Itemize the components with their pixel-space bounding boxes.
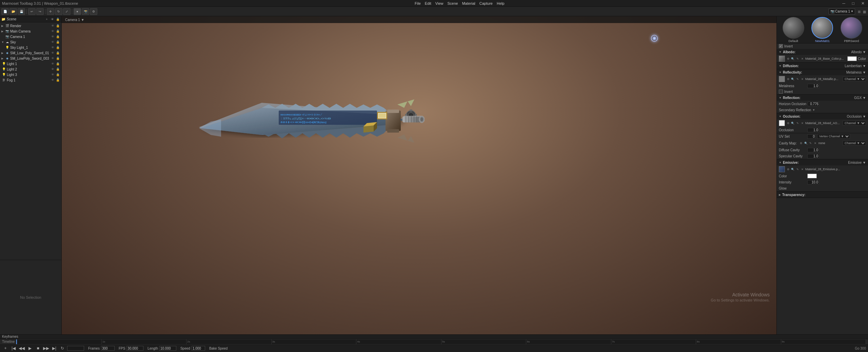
emissive-clear-icon[interactable]: ✕: [800, 167, 804, 171]
sky-vis-icon[interactable]: 👁: [50, 40, 55, 44]
emissive-search-icon[interactable]: 🔍: [791, 167, 795, 171]
skylight-lock-icon[interactable]: 🔒: [55, 45, 60, 50]
sword01-vis-icon[interactable]: 👁: [50, 51, 55, 55]
tree-item-fog1[interactable]: 🌫 Fog 1 👁 🔒: [0, 77, 61, 83]
occlusion-clear-icon[interactable]: ✕: [800, 121, 804, 125]
light1-lock-icon[interactable]: 🔒: [55, 61, 60, 66]
capture-button[interactable]: 📸: [82, 8, 89, 15]
fps-input[interactable]: [126, 346, 143, 351]
menu-view[interactable]: View: [435, 1, 443, 5]
occlusion-input[interactable]: [807, 128, 819, 132]
diffusion-header[interactable]: ▼ Diffusion: Lambertian ▼: [777, 63, 868, 69]
maximize-button[interactable]: □: [851, 1, 856, 6]
tree-item-sword003[interactable]: ▶ ◈ SM_LowPoly_Sword_003 👁 🔒: [0, 56, 61, 61]
scene-lock-icon[interactable]: 🔒: [55, 17, 60, 22]
albedo-search-icon[interactable]: 🔍: [791, 57, 795, 61]
sword01-lock-icon[interactable]: 🔒: [55, 51, 60, 55]
tree-item-main-camera[interactable]: ▶ 📷 Main Camera 👁 🔒: [0, 28, 61, 34]
menu-edit[interactable]: Edit: [425, 1, 431, 5]
grid-icon[interactable]: ⊞: [858, 10, 861, 14]
transparency-header[interactable]: ▶ Transparency:: [777, 192, 868, 198]
light3-vis-icon[interactable]: 👁: [50, 72, 55, 77]
go-to-btn[interactable]: Go 300: [855, 347, 866, 350]
metalness-clear-icon[interactable]: ✕: [800, 77, 804, 81]
albedo-clear-icon[interactable]: ✕: [800, 57, 804, 61]
occlusion-settings-icon[interactable]: ⚙: [786, 121, 790, 125]
render-vis-icon[interactable]: 👁: [50, 23, 55, 28]
tree-item-light1[interactable]: 💡 Light 1 👁 🔒: [0, 61, 61, 66]
vertex-channel-dropdown[interactable]: Vertex Channel ▼: [817, 134, 850, 139]
length-input[interactable]: [159, 346, 176, 351]
light1-vis-icon[interactable]: 👁: [50, 61, 55, 66]
settings-button[interactable]: ⚙: [90, 8, 97, 15]
new-button[interactable]: 📄: [1, 8, 9, 15]
occlusion-search-icon[interactable]: 🔍: [791, 121, 795, 125]
occlusion-edit-icon[interactable]: ✎: [795, 121, 800, 125]
current-time-input[interactable]: 0:00.01: [67, 346, 84, 351]
metalness-settings-icon[interactable]: ⚙: [786, 77, 790, 81]
prev-key-btn[interactable]: ◀◀: [18, 345, 25, 352]
rotate-button[interactable]: ↻: [55, 8, 62, 15]
move-button[interactable]: ✛: [47, 8, 54, 15]
reflectivity-invert-checkbox[interactable]: [779, 90, 783, 94]
next-key-btn[interactable]: ▶▶: [43, 345, 50, 352]
prev-frame-btn[interactable]: |◀: [10, 345, 17, 352]
skylight-vis-icon[interactable]: 👁: [50, 45, 55, 50]
timeline-track[interactable]: 1s 2s 3s 4s 5s 6s 7s 8s 9s: [16, 339, 866, 345]
tree-item-render[interactable]: ▶ 🎬 Render 👁 🔒: [0, 23, 61, 28]
tree-item-skylight[interactable]: 💡 Sky Light_1 👁 🔒: [0, 45, 61, 50]
layout-icon[interactable]: ▦: [863, 10, 866, 14]
light2-vis-icon[interactable]: 👁: [50, 67, 55, 72]
emissive-header[interactable]: ▼ Emissive: Emissive ▼: [777, 159, 868, 165]
albedo-settings-icon[interactable]: ⚙: [786, 57, 790, 61]
save-button[interactable]: 💾: [18, 8, 25, 15]
camera-dropdown[interactable]: 📷 Camera 1 ▼: [829, 8, 855, 15]
open-button[interactable]: 📂: [9, 8, 17, 15]
cam1-vis-icon[interactable]: 👁: [50, 34, 55, 39]
sky-lock-icon[interactable]: 🔒: [55, 40, 60, 44]
mat-sphere-pbrsword[interactable]: [841, 17, 862, 39]
tree-item-sky[interactable]: ▼ ☁ Sky 👁 🔒: [0, 39, 61, 45]
cavity-settings-icon[interactable]: ⚙: [799, 141, 803, 145]
occlusion-header[interactable]: ▼ Occlusion: Occlusion ▼: [777, 113, 868, 119]
scene-vis-icon[interactable]: 👁: [50, 17, 55, 22]
menu-file[interactable]: File: [415, 1, 421, 5]
stop-btn[interactable]: ■: [35, 345, 41, 352]
mat-pbrsword[interactable]: PBRSword: [841, 17, 862, 43]
albedo-color-swatch[interactable]: [847, 56, 857, 61]
albedo-header[interactable]: ▼ Albedo: Albedo ▼: [777, 49, 868, 55]
redo-button[interactable]: ↪: [36, 8, 44, 15]
mat-newmat01[interactable]: NewMat01: [811, 17, 833, 43]
albedo-type[interactable]: Albedo ▼: [851, 50, 866, 54]
emissive-settings-icon[interactable]: ⚙: [786, 167, 790, 171]
fog1-lock-icon[interactable]: 🔒: [55, 78, 60, 82]
metalness-channel-dropdown[interactable]: Channel ▼: [843, 77, 866, 81]
scene-add-icon[interactable]: +: [44, 17, 49, 22]
speed-input[interactable]: [192, 346, 205, 351]
metalness-edit-icon[interactable]: ✎: [795, 77, 800, 81]
menu-capture[interactable]: Capture: [479, 1, 493, 5]
add-keyframe-btn[interactable]: +: [2, 345, 9, 352]
diffusion-type[interactable]: Lambertian ▼: [845, 64, 866, 68]
tree-item-camera1[interactable]: 📷 Camera 1 👁 🔒: [0, 34, 61, 39]
minimize-button[interactable]: ─: [841, 1, 847, 6]
specular-cavity-input[interactable]: [807, 154, 819, 158]
metalness-input[interactable]: [807, 84, 819, 88]
tree-item-light2[interactable]: 💡 Light 2 👁 🔒: [0, 66, 61, 72]
next-frame-btn[interactable]: ▶|: [51, 345, 58, 352]
viewport[interactable]: Camera 1 ▼: [62, 16, 776, 334]
menu-scene[interactable]: Scene: [447, 1, 458, 5]
cam1-lock-icon[interactable]: 🔒: [55, 34, 60, 39]
cavity-channel-dropdown[interactable]: Channel ▼: [843, 141, 866, 145]
occlusion-type[interactable]: Occlusion ▼: [847, 115, 866, 118]
cavity-clear-icon[interactable]: ✕: [813, 141, 817, 145]
menu-material[interactable]: Material: [462, 1, 475, 5]
render-button[interactable]: ●: [74, 8, 81, 15]
occlusion-channel-dropdown[interactable]: Channel ▼: [843, 121, 866, 125]
mat-sphere-default[interactable]: [783, 17, 804, 39]
metalness-search-icon[interactable]: 🔍: [791, 77, 795, 81]
mat-sphere-newmat[interactable]: [811, 17, 833, 39]
emissive-color-swatch[interactable]: [807, 174, 817, 178]
play-btn[interactable]: ▶: [26, 345, 33, 352]
cavity-search-icon[interactable]: 🔍: [804, 141, 808, 145]
